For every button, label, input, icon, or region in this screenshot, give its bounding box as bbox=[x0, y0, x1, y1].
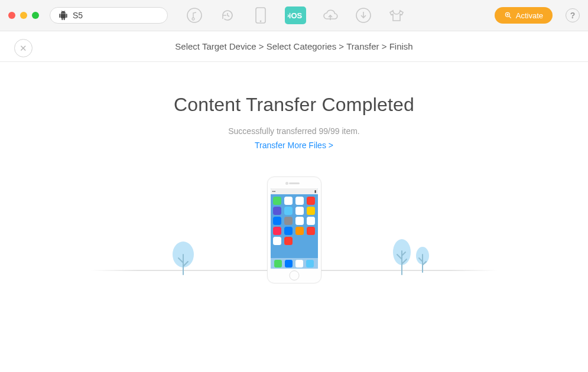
download-icon bbox=[355, 7, 372, 24]
svg-point-2 bbox=[260, 21, 262, 22]
breadcrumb-step-1: Select Target Device bbox=[175, 41, 256, 51]
app-icon bbox=[284, 207, 293, 215]
android-icon bbox=[59, 11, 68, 20]
nav-icons: › iOS bbox=[186, 6, 405, 24]
content: Content Transfer Completed Successfully … bbox=[0, 62, 588, 330]
nav-music[interactable] bbox=[186, 6, 203, 24]
nav-device[interactable] bbox=[252, 6, 269, 24]
app-icon bbox=[274, 260, 282, 267]
nav-cloud[interactable] bbox=[321, 6, 339, 24]
phone-icon bbox=[254, 6, 267, 24]
app-icon bbox=[273, 207, 281, 215]
tree-icon bbox=[170, 240, 196, 276]
app-icon bbox=[295, 217, 304, 225]
app-icon bbox=[307, 207, 315, 215]
arrow-right-icon: › bbox=[287, 12, 290, 19]
device-selector[interactable]: S5 bbox=[50, 7, 168, 24]
help-button[interactable]: ? bbox=[566, 8, 580, 22]
app-icon bbox=[295, 260, 303, 267]
app-icon bbox=[284, 197, 293, 205]
app-icon bbox=[307, 217, 315, 225]
tree-icon bbox=[414, 246, 431, 273]
app-icon bbox=[273, 197, 281, 205]
tree-icon bbox=[390, 238, 414, 276]
phone-status-bar: •••▮ bbox=[271, 188, 318, 194]
app-icon bbox=[285, 260, 293, 267]
app-icon bbox=[284, 217, 293, 225]
window-controls bbox=[8, 12, 39, 19]
nav-to-ios[interactable]: › iOS bbox=[285, 6, 306, 24]
app-icon bbox=[273, 237, 281, 245]
phone-dock bbox=[271, 258, 318, 269]
breadcrumb: Select Target Device > Select Categories… bbox=[0, 41, 588, 51]
illustration-stage: •••▮ bbox=[0, 177, 588, 330]
activate-button[interactable]: Activate bbox=[495, 7, 553, 24]
close-panel-button[interactable]: ✕ bbox=[14, 39, 33, 57]
svg-point-0 bbox=[187, 8, 202, 22]
cloud-icon bbox=[321, 7, 339, 24]
music-icon bbox=[186, 7, 203, 24]
device-name-label: S5 bbox=[73, 11, 83, 20]
maximize-window-button[interactable] bbox=[32, 12, 39, 19]
headline: Content Transfer Completed bbox=[0, 94, 588, 116]
app-icon bbox=[306, 260, 314, 267]
phone-screen: •••▮ bbox=[271, 188, 318, 269]
app-icon bbox=[295, 227, 304, 235]
minimize-window-button[interactable] bbox=[20, 12, 27, 19]
app-icon bbox=[273, 227, 281, 235]
breadcrumb-sep: > bbox=[339, 41, 344, 51]
phone-app-grid bbox=[271, 194, 318, 247]
breadcrumb-sep: > bbox=[382, 41, 387, 51]
app-icon bbox=[284, 237, 293, 245]
phone-earpiece bbox=[289, 182, 300, 184]
tshirt-icon bbox=[388, 7, 405, 24]
help-label: ? bbox=[570, 11, 576, 20]
ios-label: iOS bbox=[289, 11, 302, 20]
breadcrumb-step-4: Finish bbox=[389, 41, 413, 51]
transfer-more-link[interactable]: Transfer More Files > bbox=[255, 141, 333, 150]
nav-history[interactable] bbox=[219, 6, 236, 24]
tree-illustration-left bbox=[170, 240, 196, 276]
breadcrumb-step-3: Transfer bbox=[346, 41, 379, 51]
phone-camera-dot bbox=[285, 182, 288, 185]
nav-download[interactable] bbox=[355, 6, 372, 24]
titlebar: S5 › iOS Activate ? bbox=[0, 0, 588, 31]
phone-home-button bbox=[289, 270, 299, 280]
target-device-illustration: •••▮ bbox=[267, 177, 321, 283]
breadcrumb-bar: ✕ Select Target Device > Select Categori… bbox=[0, 31, 588, 62]
breadcrumb-step-2: Select Categories bbox=[267, 41, 336, 51]
app-icon bbox=[295, 197, 304, 205]
tree-illustration-right-2 bbox=[414, 246, 431, 273]
app-icon bbox=[295, 207, 304, 215]
close-icon: ✕ bbox=[20, 43, 27, 54]
transfer-more-container: Transfer More Files > bbox=[0, 141, 588, 150]
subline: Successfully transferred 99/99 item. bbox=[0, 126, 588, 136]
app-icon bbox=[273, 217, 281, 225]
history-icon bbox=[219, 7, 236, 24]
app-icon bbox=[284, 227, 293, 235]
breadcrumb-sep: > bbox=[259, 41, 264, 51]
app-icon bbox=[307, 227, 315, 235]
search-plus-icon bbox=[504, 11, 512, 19]
tree-illustration-right-1 bbox=[390, 238, 414, 276]
nav-themes[interactable] bbox=[388, 6, 405, 24]
close-window-button[interactable] bbox=[8, 12, 15, 19]
app-icon bbox=[307, 197, 315, 205]
activate-label: Activate bbox=[516, 11, 543, 20]
